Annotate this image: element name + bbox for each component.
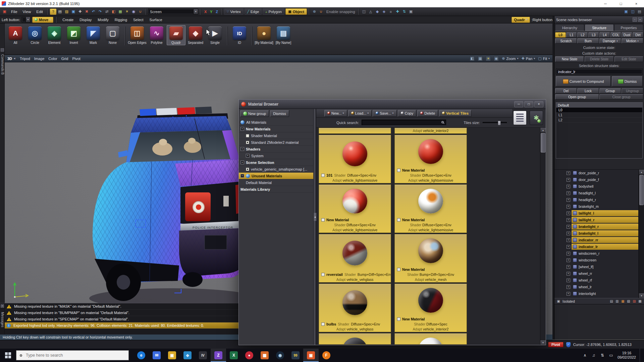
dismiss-button[interactable]: Dismiss bbox=[612, 76, 643, 86]
material-new-button[interactable]: New...▾ bbox=[324, 110, 347, 117]
node-interiorlight[interactable]: +interiorlight bbox=[554, 290, 644, 297]
detach-icon[interactable]: ◆ bbox=[374, 9, 381, 15]
layout-1-icon[interactable]: ▣ bbox=[623, 9, 629, 15]
iso-view-1-icon[interactable]: ▤ bbox=[609, 299, 614, 304]
texture-icon[interactable]: ▦ bbox=[117, 9, 123, 15]
viewport-zoom-control[interactable]: ⊕Zoom▾ bbox=[502, 56, 518, 61]
network-icon[interactable]: ⇅ bbox=[600, 353, 605, 358]
close-group-button[interactable]: Close group bbox=[599, 94, 643, 100]
viewport-tab-image[interactable]: Image bbox=[34, 57, 45, 61]
viewport-tab-pivot[interactable]: Pivot bbox=[72, 57, 80, 61]
node-wheel-rr[interactable]: +wheel_rr bbox=[554, 270, 644, 277]
taskbar-app-grid[interactable]: ▦ bbox=[257, 349, 272, 362]
material-tile-partial[interactable] bbox=[394, 333, 467, 345]
expander-icon[interactable]: + bbox=[567, 178, 570, 182]
scratch-button[interactable]: Scratch bbox=[555, 38, 577, 44]
damage-button[interactable]: Damage▾ bbox=[599, 38, 621, 44]
hidden-icons-icon[interactable]: ∧ bbox=[582, 353, 588, 358]
viewport-fit-control[interactable]: ▢Fit▾ bbox=[538, 56, 550, 61]
measure-icon[interactable]: ≡ bbox=[388, 9, 394, 15]
commands-bar-tab[interactable]: Commands B bbox=[1, 54, 4, 75]
iso-view-4-icon[interactable]: ▧ bbox=[626, 299, 631, 304]
material-checkbox[interactable] bbox=[321, 174, 325, 177]
local-axes-icon[interactable]: ⇅ bbox=[401, 9, 408, 15]
node-taillight-r[interactable]: +taillight_r bbox=[554, 217, 644, 223]
command-menu-select[interactable]: Select bbox=[130, 18, 146, 22]
tiles-scrollbar[interactable]: ▴ ▾ bbox=[540, 128, 546, 345]
del-button[interactable]: Del bbox=[555, 88, 577, 94]
show-desktop-button[interactable] bbox=[640, 349, 642, 362]
node-door-pside-r[interactable]: +door_pside_r bbox=[554, 170, 644, 176]
tool-polyline[interactable]: ∿Polyline bbox=[147, 25, 166, 45]
expander-icon[interactable]: + bbox=[567, 272, 570, 276]
node-indicator-lr[interactable]: +indicator_lr bbox=[554, 243, 644, 250]
iso-view-2-icon[interactable]: ▥ bbox=[615, 299, 620, 304]
scroll-up-icon[interactable]: ▴ bbox=[639, 170, 644, 175]
expander-icon[interactable]: + bbox=[567, 238, 570, 242]
node-door-pside-f[interactable]: +door_pside_f bbox=[554, 176, 644, 183]
axis-toggle-y[interactable]: Y bbox=[208, 10, 214, 14]
taskbar-search[interactable] bbox=[16, 350, 129, 360]
ungroup-button[interactable]: Ungroup bbox=[622, 88, 643, 94]
group-button[interactable]: Group bbox=[599, 88, 621, 94]
weld-icon[interactable]: ◬ bbox=[368, 9, 374, 15]
viewport-type-label[interactable]: 3D ◄ bbox=[7, 57, 16, 61]
start-button[interactable] bbox=[0, 349, 16, 362]
cut-icon[interactable]: ✚ bbox=[77, 9, 83, 15]
taskbar-zmodeler[interactable]: Z bbox=[211, 349, 226, 362]
lighting-icon[interactable]: ☀ bbox=[486, 56, 491, 61]
paint-icon[interactable]: ◧ bbox=[110, 9, 117, 15]
material-delete-button[interactable]: Delete bbox=[417, 110, 438, 117]
close-icon[interactable]: × bbox=[1, 304, 4, 308]
left-button-select[interactable]: ▾ bbox=[22, 17, 31, 22]
collapse-panel-icon[interactable]: ◂ bbox=[314, 213, 316, 221]
material-tree-item-system[interactable]: +System bbox=[239, 153, 313, 159]
axis-toggle-x[interactable]: X bbox=[203, 10, 208, 14]
material-tile-partial[interactable] bbox=[319, 128, 391, 134]
taskbar-explorer[interactable]: ▣ bbox=[164, 349, 180, 362]
quadr-mode-select[interactable]: Quadr ▾ bbox=[512, 17, 530, 23]
axes-gizmo-icon[interactable]: ✚ bbox=[394, 9, 401, 15]
tool-by-material[interactable]: ●[By Material] bbox=[255, 25, 273, 45]
mode-polygon[interactable]: ▵Polygon bbox=[263, 8, 284, 15]
tool-none[interactable]: ▢None bbox=[103, 25, 122, 45]
expander-icon[interactable]: + bbox=[567, 171, 570, 175]
material-tile-new-material[interactable]: New MaterialShader Diffuse+Spec+EnvAdapt… bbox=[394, 135, 467, 183]
taskbar-app-blue[interactable]: ◆ bbox=[180, 349, 195, 362]
volume-icon[interactable]: ♫ bbox=[591, 353, 596, 358]
taskbar-clock[interactable]: 19:16 09/02/2022 bbox=[618, 351, 636, 360]
expander-icon[interactable]: + bbox=[567, 252, 570, 255]
node-taillight-l[interactable]: +taillight_l bbox=[554, 210, 644, 217]
taskbar-app-iv[interactable]: IV bbox=[195, 349, 211, 362]
expander-icon[interactable]: − bbox=[240, 147, 244, 151]
material-tile-partial[interactable]: Adapt vehicle_interior2 bbox=[394, 128, 467, 134]
expander-icon[interactable]: + bbox=[567, 265, 570, 269]
new-file-icon[interactable]: ▤ bbox=[57, 9, 63, 15]
material-tile-new-material[interactable]: New MaterialShader Bump+Diff+Spec+EnvAda… bbox=[394, 234, 467, 283]
material-checkbox[interactable] bbox=[321, 218, 325, 222]
tree-scrollbar[interactable]: ▴ ▾ bbox=[639, 170, 644, 298]
col-button[interactable]: COL bbox=[610, 32, 621, 38]
l4-button[interactable]: L4 bbox=[599, 32, 610, 38]
render-options-button[interactable]: ✱ bbox=[530, 111, 543, 125]
camera-icon[interactable]: ◉ bbox=[130, 9, 137, 15]
tab-structure[interactable]: Structure bbox=[585, 24, 614, 31]
command-menu-rigging[interactable]: Rigging bbox=[112, 18, 130, 22]
menu-file[interactable]: File bbox=[8, 10, 20, 14]
pin-icon[interactable]: ▫ bbox=[633, 17, 637, 22]
taskbar-edge[interactable]: e bbox=[133, 349, 149, 362]
quick-search-input[interactable] bbox=[362, 120, 446, 125]
panel-splitter[interactable] bbox=[314, 109, 316, 345]
command-menu-surface[interactable]: Surface bbox=[147, 18, 165, 22]
node-windscreen-r[interactable]: +windscreen_r bbox=[554, 250, 644, 257]
l1-button[interactable]: L1 bbox=[566, 32, 577, 38]
node-wheel-lr[interactable]: +wheel_lr bbox=[554, 284, 644, 290]
mode-object[interactable]: ▣Object bbox=[285, 8, 307, 15]
material-tree-item-default-material[interactable]: Default Material bbox=[239, 179, 313, 186]
tool-invert[interactable]: ◩Invert bbox=[64, 25, 83, 45]
mode-vertex[interactable]: ∵Vertex bbox=[224, 8, 244, 15]
background-icon[interactable]: ◉ bbox=[494, 56, 499, 61]
expander-icon[interactable]: + bbox=[567, 258, 570, 262]
tool-circle[interactable]: ◎Circle bbox=[25, 25, 44, 45]
light-icon[interactable]: ☀ bbox=[124, 9, 130, 15]
